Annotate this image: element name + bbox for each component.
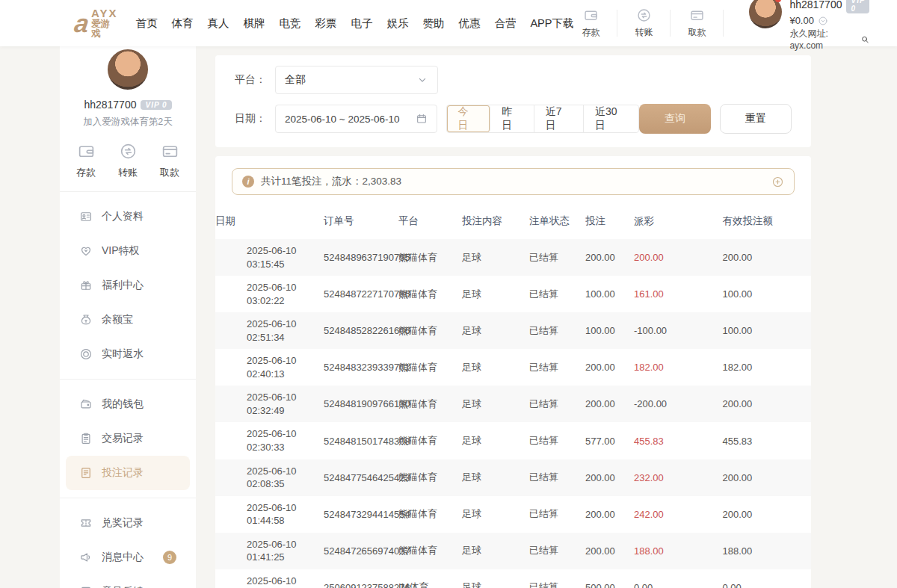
bet-records-table: 日期订单号平台投注内容注单状态投注派彩有效投注额 2025-06-10 03:1…	[215, 205, 811, 588]
cell-valid: 100.00	[723, 312, 812, 349]
table-row[interactable]: 2025-06-10 03:15:45 5248489637190795 熊猫体…	[215, 239, 811, 276]
nav-item[interactable]: 体育	[171, 16, 193, 31]
menu-icon	[79, 279, 93, 292]
cell-date: 2025-06-10 00:37:57	[215, 569, 324, 588]
nav-item[interactable]: 彩票	[315, 16, 336, 31]
cell-bet: 100.00	[585, 312, 634, 349]
balance-refresh-icon[interactable]	[818, 16, 828, 26]
date-range-input[interactable]: 2025-06-10 ~ 2025-06-10	[275, 105, 437, 133]
brand-logo[interactable]: a AYX 爱游戏	[75, 7, 117, 39]
table-row[interactable]: 2025-06-10 02:32:49 5248481909766130 熊猫体…	[215, 386, 811, 422]
cell-bet: 200.00	[585, 239, 634, 276]
nav-item[interactable]: 合营	[494, 16, 516, 31]
table-row[interactable]: 2025-06-10 01:44:58 5248473294414554 熊猫体…	[215, 496, 811, 533]
nav-item[interactable]: 电竞	[279, 16, 300, 31]
column-header: 投注	[585, 205, 634, 239]
range-preset-button[interactable]: 近7日	[534, 105, 584, 132]
quick-action[interactable]: 转账	[626, 7, 661, 39]
sidebar-item-yuebao[interactable]: 余额宝	[66, 303, 190, 337]
cell-order: 5248483239339701	[324, 349, 398, 386]
search-button[interactable]: 查询	[639, 104, 711, 134]
avatar[interactable]	[749, 0, 782, 28]
sidebar-item-wallet[interactable]: 我的钱包	[66, 387, 190, 421]
table-row[interactable]: 2025-06-10 00:37:57 2506091237588276 IM体…	[215, 569, 811, 588]
main-content: 平台： 全部 日期： 2025-06-10 ~ 2025-06-10 今日昨日近…	[215, 55, 811, 588]
reset-button[interactable]: 重置	[720, 104, 792, 134]
table-row[interactable]: 2025-06-10 02:51:34 5248485282261606 熊猫体…	[215, 312, 811, 349]
vip-badge: VIP 0	[846, 0, 869, 13]
cell-payout: -100.00	[634, 312, 723, 349]
table-body: 2025-06-10 03:15:45 5248489637190795 熊猫体…	[215, 239, 811, 588]
quick-action-icon	[583, 7, 599, 23]
brand-name: AYX	[91, 7, 117, 19]
sidebar-item-transactions[interactable]: 交易记录	[66, 421, 190, 456]
divider	[723, 10, 724, 37]
cell-payout: -200.00	[634, 386, 723, 422]
summary-bar: i 共计11笔投注，流水：2,303.83	[232, 168, 795, 195]
quick-action-icon	[119, 142, 138, 161]
menu-icon	[79, 347, 93, 361]
permanent-url: 永久网址: ayx.com	[789, 28, 857, 51]
nav-item[interactable]: 娱乐	[386, 16, 408, 31]
table-row[interactable]: 2025-06-10 01:41:25 5248472656974037 熊猫体…	[215, 533, 811, 569]
sidebar-item-prize[interactable]: 兑奖记录	[66, 506, 190, 540]
cell-bet: 200.00	[585, 496, 634, 533]
range-preset-button[interactable]: 今日	[447, 105, 491, 132]
sidebar-quick-action-transfer[interactable]: 转账	[118, 142, 138, 179]
quick-action[interactable]: 取款	[679, 7, 714, 39]
cell-payout: 232.00	[634, 459, 723, 496]
table-row[interactable]: 2025-06-10 02:40:13 5248483239339701 熊猫体…	[215, 349, 811, 386]
sidebar-item-vip[interactable]: VIP特权	[66, 234, 190, 268]
platform-select[interactable]: 全部	[275, 66, 438, 94]
sidebar-item-rebate[interactable]: 实时返水	[66, 337, 190, 371]
item-withdraw: 取款	[679, 7, 733, 39]
cell-status: 已结算	[529, 386, 585, 422]
table-row[interactable]: 2025-06-10 03:02:22 5248487227170786 熊猫体…	[215, 276, 811, 312]
nav-item[interactable]: 棋牌	[243, 16, 265, 31]
nav-item[interactable]: 赞助	[422, 16, 444, 31]
cell-payout: 0.00	[634, 569, 723, 588]
cell-bet: 200.00	[585, 349, 634, 386]
cell-status: 已结算	[529, 239, 585, 276]
cell-platform: 熊猫体育	[398, 276, 462, 312]
table-row[interactable]: 2025-06-10 02:30:33 5248481501748308 熊猫体…	[215, 422, 811, 459]
nav-item[interactable]: 首页	[135, 16, 157, 31]
nav-item[interactable]: 优惠	[458, 16, 480, 31]
column-header: 平台	[398, 205, 462, 239]
menu-icon	[79, 313, 93, 327]
sidebar-quick-action-deposit[interactable]: 存款	[76, 142, 96, 179]
item-deposit: 存款	[573, 7, 626, 39]
cell-order: 5248473294414554	[324, 496, 398, 533]
table-row[interactable]: 2025-06-10 02:08:35 5248477546425423 熊猫体…	[215, 459, 811, 496]
cell-valid: 200.00	[723, 386, 812, 422]
quick-action[interactable]: 存款	[573, 7, 608, 39]
sidebar-item-bet-records[interactable]: 投注记录	[66, 456, 190, 490]
cell-platform: 熊猫体育	[398, 386, 462, 422]
cell-date: 2025-06-10 02:51:34	[215, 312, 324, 349]
sidebar-item-profile[interactable]: 个人资料	[66, 199, 190, 234]
platform-label: 平台：	[235, 73, 275, 87]
cell-platform: 熊猫体育	[398, 459, 462, 496]
cell-payout: 200.00	[634, 239, 723, 276]
sidebar-item-welfare[interactable]: 福利中心	[66, 268, 190, 303]
sidebar-item-feedback[interactable]: 意见反馈	[66, 575, 190, 588]
cell-valid: 182.00	[723, 349, 812, 386]
sidebar-item-message[interactable]: 消息中心 9	[66, 540, 190, 575]
cell-bet: 200.00	[585, 533, 634, 569]
nav-item[interactable]: 真人	[207, 16, 229, 31]
cell-valid: 200.00	[723, 496, 812, 533]
cell-status: 已结算	[529, 496, 585, 533]
sidebar-quick-action-withdraw[interactable]: 取款	[160, 142, 179, 179]
cell-content: 足球	[462, 312, 529, 349]
cell-content: 足球	[462, 496, 529, 533]
nav-item[interactable]: 电子	[351, 16, 372, 31]
magnifier-icon[interactable]	[860, 34, 870, 45]
plus-circle-icon[interactable]	[771, 176, 784, 188]
sidebar-avatar[interactable]	[106, 48, 150, 91]
cell-order: 5248481501748308	[324, 422, 398, 459]
nav-item[interactable]: APP下载	[530, 16, 573, 31]
cell-status: 已结算	[529, 422, 585, 459]
range-preset-button[interactable]: 昨日	[490, 105, 534, 132]
range-preset-button[interactable]: 近30日	[584, 105, 638, 132]
cell-payout: 182.00	[634, 349, 723, 386]
